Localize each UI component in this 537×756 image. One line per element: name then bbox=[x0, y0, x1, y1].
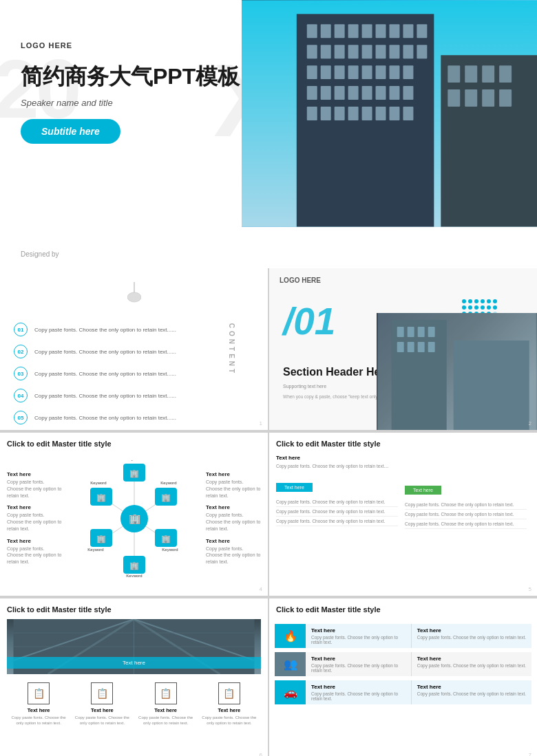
logo-text: LOGO HERE bbox=[21, 41, 289, 50]
hex-right-1: Text here Copy paste fonts. Choose the o… bbox=[411, 624, 531, 648]
svg-rect-21 bbox=[307, 65, 317, 79]
dot bbox=[481, 299, 485, 303]
svg-rect-61 bbox=[428, 327, 434, 337]
content-text: Copy paste fonts. Choose the only option… bbox=[34, 371, 176, 377]
svg-rect-4 bbox=[321, 24, 331, 38]
icon-title-4: Text here bbox=[201, 707, 257, 713]
svg-text:🏢: 🏢 bbox=[129, 561, 139, 570]
page-num-5: 5 bbox=[529, 586, 531, 592]
svg-rect-49 bbox=[448, 89, 460, 107]
svg-text:Keyword: Keyword bbox=[162, 548, 178, 552]
svg-rect-16 bbox=[362, 45, 372, 58]
svg-rect-36 bbox=[403, 86, 413, 100]
hex-icon-1: 🔥 bbox=[275, 624, 306, 648]
svg-rect-18 bbox=[390, 45, 400, 58]
svg-rect-30 bbox=[321, 86, 331, 100]
speaker-name: Speaker name and title bbox=[21, 98, 289, 108]
slide-content-list: 01 Copy paste fonts. Choose the only opt… bbox=[0, 268, 268, 430]
left-text-blocks: Text here Copy paste fonts. Choose the o… bbox=[7, 471, 62, 565]
text-block-3: Text here Copy paste fonts. Choose the o… bbox=[7, 538, 62, 565]
page-num-4: 4 bbox=[260, 586, 262, 592]
slide-section-header: LOGO HERE /01 Section Header Here Suppor… bbox=[269, 268, 537, 430]
slide-hex-rows: Click to edit Master title style 🔥 Text … bbox=[269, 598, 537, 756]
svg-rect-50 bbox=[465, 89, 477, 107]
text-block-5: Text here Copy paste fonts. Choose the o… bbox=[206, 504, 261, 532]
section-building bbox=[377, 313, 537, 430]
svg-text:Keyword: Keyword bbox=[87, 548, 103, 552]
page-num-6: 6 bbox=[260, 752, 262, 756]
slide5-right: Text here Copy paste fonts. Choose the o… bbox=[405, 455, 527, 582]
svg-rect-28 bbox=[403, 65, 413, 79]
svg-rect-46 bbox=[465, 65, 477, 83]
slide-hero: 20 XX bbox=[0, 0, 537, 268]
content-item: 05 Copy paste fonts. Choose the only opt… bbox=[14, 411, 254, 424]
slide5-title[interactable]: Click to edit Master title style bbox=[276, 440, 530, 448]
svg-rect-9 bbox=[390, 24, 400, 38]
section-support: Supporting text here bbox=[283, 384, 326, 389]
content-text: Copy paste fonts. Choose the only option… bbox=[34, 349, 176, 355]
content-list: 01 Copy paste fonts. Choose the only opt… bbox=[14, 323, 254, 424]
right-text-blocks: Text here Copy paste fonts. Choose the o… bbox=[206, 471, 261, 565]
subtitle-button[interactable]: Subtitle here bbox=[21, 119, 120, 144]
top-right-title: Text here bbox=[276, 455, 398, 461]
hex-text-2: Text here Copy paste fonts. Choose the o… bbox=[306, 652, 411, 676]
page-number-3: 2 bbox=[529, 420, 531, 426]
icon-3: 📋 bbox=[155, 682, 177, 704]
svg-rect-13 bbox=[321, 45, 331, 58]
section-header[interactable]: Section Header Here bbox=[283, 366, 391, 378]
right-row-1: Copy paste fonts. Choose the only option… bbox=[405, 500, 527, 510]
lamp-icon bbox=[127, 282, 141, 310]
svg-rect-17 bbox=[376, 45, 386, 58]
svg-rect-57 bbox=[453, 341, 529, 430]
icon-block-1: 📋 Text here Copy paste fonts. Choose the… bbox=[11, 682, 67, 726]
page-number: 1 bbox=[260, 420, 262, 426]
svg-rect-58 bbox=[397, 327, 403, 337]
svg-rect-43 bbox=[390, 107, 400, 120]
hex-text-1: Text here Copy paste fonts. Choose the o… bbox=[306, 624, 411, 648]
content-item: 03 Copy paste fonts. Choose the only opt… bbox=[14, 367, 254, 380]
svg-rect-47 bbox=[482, 65, 494, 83]
slide5-left: Text here Copy paste fonts. Choose the o… bbox=[276, 455, 398, 582]
svg-rect-34 bbox=[376, 86, 386, 100]
icon-body-3: Copy paste fonts. Choose the only option… bbox=[138, 715, 193, 726]
slide7-title[interactable]: Click to edit Master title style bbox=[276, 605, 530, 614]
content-num: 03 bbox=[14, 367, 28, 380]
slide6-image: Text here bbox=[7, 619, 261, 674]
content-num: 02 bbox=[14, 345, 28, 358]
text-block-4: Text here Copy paste fonts. Choose the o… bbox=[206, 471, 261, 499]
top-right-body: Copy paste fonts. Choose the only option… bbox=[276, 463, 398, 469]
text-block-2: Text here Copy paste fonts. Choose the o… bbox=[7, 504, 62, 532]
tag1: Text here bbox=[276, 483, 313, 492]
hex-icon-2: 👥 bbox=[275, 652, 306, 676]
icon-body-2: Copy paste fonts. Choose the only option… bbox=[74, 715, 130, 726]
svg-text:Keyword: Keyword bbox=[126, 460, 142, 461]
svg-rect-14 bbox=[335, 45, 345, 58]
text-block-1: Text here Copy paste fonts. Choose the o… bbox=[7, 471, 62, 499]
slide4-title[interactable]: Click to edit Master title style bbox=[7, 440, 261, 448]
svg-rect-60 bbox=[417, 327, 424, 337]
svg-text:🏢: 🏢 bbox=[161, 534, 171, 543]
svg-rect-27 bbox=[390, 65, 400, 79]
content-text: Copy paste fonts. Choose the only option… bbox=[34, 327, 176, 333]
icon-block-2: 📋 Text here Copy paste fonts. Choose the… bbox=[74, 682, 130, 726]
icon-2: 📋 bbox=[91, 682, 113, 704]
svg-rect-62 bbox=[397, 342, 403, 352]
dot bbox=[493, 305, 497, 310]
svg-rect-51 bbox=[482, 89, 494, 107]
dot bbox=[493, 299, 497, 303]
content-label: CONTENT bbox=[227, 323, 235, 375]
svg-rect-44 bbox=[403, 107, 413, 120]
main-title[interactable]: 简约商务大气PPT模板 bbox=[21, 63, 289, 89]
svg-rect-23 bbox=[335, 65, 345, 79]
svg-point-54 bbox=[127, 292, 141, 302]
slide6-title[interactable]: Click to edit Master title style bbox=[7, 605, 261, 614]
icon-body-4: Copy paste fonts. Choose the only option… bbox=[201, 715, 257, 726]
tag2: Text here bbox=[405, 486, 441, 495]
hex-row-3: 🚗 Text here Copy paste fonts. Choose the… bbox=[275, 680, 531, 704]
svg-text:🏢: 🏢 bbox=[96, 534, 106, 543]
content-item: 02 Copy paste fonts. Choose the only opt… bbox=[14, 345, 254, 358]
svg-rect-65 bbox=[428, 342, 434, 352]
dot bbox=[462, 305, 466, 310]
svg-rect-48 bbox=[499, 65, 512, 83]
icon-row: 📋 Text here Copy paste fonts. Choose the… bbox=[0, 674, 268, 730]
